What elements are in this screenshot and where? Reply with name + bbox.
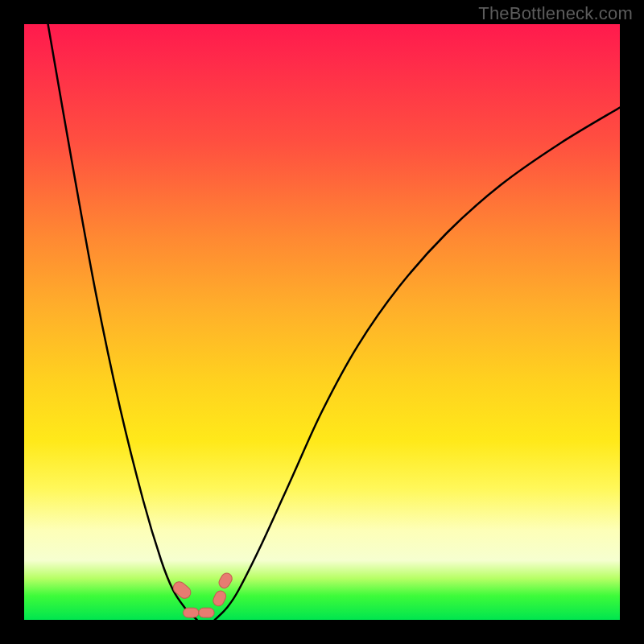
right-branch (215, 108, 620, 620)
chart-frame: TheBottleneck.com (0, 0, 644, 644)
data-marker (217, 571, 234, 589)
data-marker (212, 589, 228, 608)
left-branch (48, 24, 197, 620)
data-marker (171, 580, 193, 601)
data-marker (184, 608, 199, 617)
curve-layer (24, 24, 620, 620)
data-marker (199, 608, 214, 617)
plot-area (24, 24, 620, 620)
attribution-text: TheBottleneck.com (478, 3, 633, 24)
